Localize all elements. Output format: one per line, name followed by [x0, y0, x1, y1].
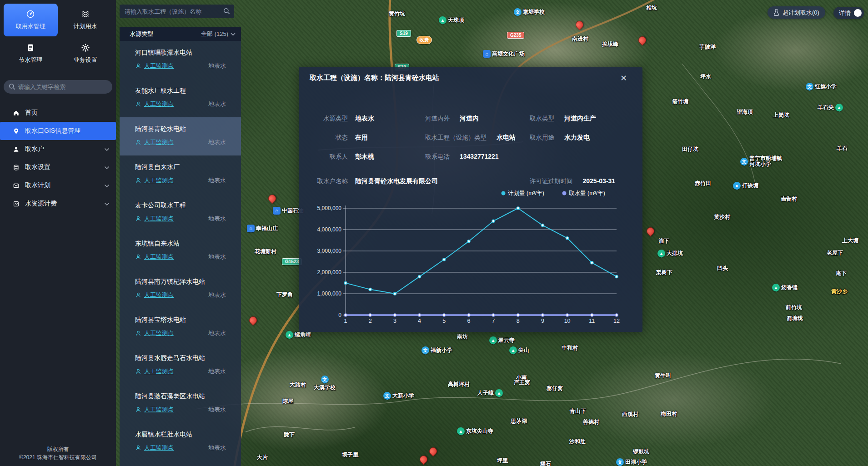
field-value: 在用	[355, 134, 368, 142]
pin-icon	[13, 128, 20, 135]
field-value: 河道内生产	[564, 115, 596, 123]
over-plan-label: 超计划取水(0)	[783, 9, 819, 17]
sidebar-item-4[interactable]: 取水设置	[0, 158, 116, 176]
x-tick-label: 6	[467, 318, 470, 324]
field-label: 取水用途	[530, 134, 554, 142]
station-list-item[interactable]: 陆河县青砼水电站人工监测点地表水	[120, 117, 241, 155]
water-source-type: 地表水	[208, 62, 226, 70]
over-plan-badge[interactable]: 超计划取水(0)	[768, 6, 825, 19]
map-label: 吉告村	[781, 195, 797, 203]
station-list-item[interactable]: 水唇镇水栏肚水电站人工监测点地表水	[120, 423, 241, 461]
monitor-type-link[interactable]: 人工监测点	[144, 138, 174, 146]
station-list-item[interactable]: 陆河县自来水厂人工监测点地表水	[120, 155, 241, 194]
sidebar-item-label: 首页	[25, 109, 110, 117]
x-tick-label: 4	[418, 318, 421, 324]
station-list-item[interactable]: 东坑镇自来水站人工监测点地表水	[120, 232, 241, 270]
close-icon[interactable]: ✕	[617, 73, 630, 84]
app-tile-3[interactable]: 节水管理	[4, 37, 58, 70]
station-list-item[interactable]: 麦卡公司取水工程人工监测点地表水	[120, 194, 241, 232]
x-tick-label: 1	[344, 318, 347, 324]
fuel-icon: ⌂	[273, 207, 281, 215]
person-icon	[135, 254, 141, 260]
data-point	[344, 282, 347, 285]
data-point	[492, 220, 495, 222]
data-point	[566, 237, 569, 240]
mountain-icon: ▲	[835, 104, 843, 111]
water-source-type: 地表水	[208, 367, 226, 376]
chevron-down-icon	[104, 184, 110, 188]
map-label: ●打铁塘	[733, 182, 758, 190]
station-list-item[interactable]: 友能水厂取水工程人工监测点地表水	[120, 79, 241, 117]
map-label: 挨垅峰	[602, 40, 618, 48]
app-tile-2[interactable]: 计划用水	[59, 4, 113, 36]
map-label: 文福新小学	[421, 346, 452, 354]
search-icon[interactable]	[223, 8, 230, 16]
sidebar-item-label: 取水口GIS信息管理	[25, 127, 110, 135]
station-search-input[interactable]	[120, 5, 234, 18]
detail-toggle[interactable]: 详情	[833, 7, 864, 19]
field: 联系人彭木桃	[302, 153, 374, 161]
sidebar-item-5[interactable]: 取水计划	[0, 176, 116, 195]
search-icon	[9, 83, 15, 92]
station-list-item[interactable]: 陆河县宝塔水电站人工监测点地表水	[120, 308, 241, 346]
person-icon	[135, 101, 141, 107]
map-label: 庵下	[836, 270, 847, 277]
map-label: 花塘新村	[255, 248, 276, 256]
field-row: 取水户名称陆河县青砼水电发展有限公司许可证过期时间2025-03-31	[299, 177, 642, 186]
station-name: 麦卡公司取水工程	[135, 201, 226, 210]
person-icon	[135, 406, 141, 413]
sidebar-item-2[interactable]: 取水口GIS信息管理	[0, 122, 116, 140]
sidebar-item-6[interactable]: 水资源计费	[0, 195, 116, 213]
data-point	[615, 314, 618, 316]
app-tile-1[interactable]: 取用水管理	[4, 4, 58, 36]
app-root: 黄竹坑▲天珠顶文墩塘学校相坑南进村挨垅峰芋陂洋⌂高塘文化广场坪水箭竹塘文红旗小学…	[0, 0, 868, 466]
station-list-panel: 水源类型 全部 (125) 河口镇唱歌潭水电站人工监测点地表水友能水厂取水工程人…	[120, 27, 241, 466]
poi-icon: ●	[733, 182, 741, 190]
keyword-search-input[interactable]	[4, 80, 112, 94]
map-label: 黄沙村	[714, 213, 730, 221]
field-value: 陆河县青砼水电发展有限公司	[355, 177, 438, 185]
map-label: ▲尖山	[509, 346, 529, 354]
filter-dropdown[interactable]: 全部 (125)	[201, 30, 236, 38]
monitor-type-link[interactable]: 人工监测点	[144, 406, 174, 414]
legend-item[interactable]: 计划量 (m³/年)	[502, 190, 544, 196]
monitor-type-link[interactable]: 人工监测点	[144, 176, 174, 185]
keyword-search	[4, 80, 112, 94]
field-row: 状态在用取水工程（设施）类型水电站取水用途水力发电	[299, 134, 642, 143]
station-list-item[interactable]: 河口镇唱歌潭水电站人工监测点地表水	[120, 41, 241, 79]
map-label: 老屋下	[827, 249, 843, 257]
sidebar-item-3[interactable]: 取水户	[0, 140, 116, 158]
map-label: 溜下	[658, 237, 669, 245]
database-icon	[13, 164, 20, 171]
monitor-type-link[interactable]: 人工监测点	[144, 253, 174, 261]
person-icon	[135, 63, 141, 69]
map-label: 思茅湖	[511, 417, 527, 425]
modal-title: 取水工程（设施）名称：陆河县青砼水电站	[310, 74, 439, 82]
data-point	[467, 314, 470, 316]
data-point	[418, 275, 421, 278]
field: 河道内外河道内	[425, 115, 479, 123]
building-icon: ⌂	[483, 50, 491, 58]
monitor-type-link[interactable]: 人工监测点	[144, 100, 174, 108]
monitor-type-link[interactable]: 人工监测点	[144, 215, 174, 223]
map-label: ▲大排坑	[657, 250, 683, 257]
legend-item[interactable]: 取水量 (m³/年)	[562, 190, 605, 196]
station-list-item[interactable]: 陆河县激石溪老区水电站人工监测点地表水	[120, 385, 241, 423]
map-label: 相坑	[646, 4, 657, 12]
field-value: 彭木桃	[355, 153, 374, 161]
monitor-type-link[interactable]: 人工监测点	[144, 291, 174, 299]
monitor-type-link[interactable]: 人工监测点	[144, 367, 174, 376]
map-label: 中和村	[562, 344, 578, 352]
app-tile-4[interactable]: 业务设置	[59, 37, 113, 70]
monitor-type-link[interactable]: 人工监测点	[144, 444, 174, 452]
monitor-type-link[interactable]: 人工监测点	[144, 329, 174, 337]
sidebar-item-1[interactable]: 首页	[0, 104, 116, 122]
map-label: 田仔坑	[682, 145, 698, 153]
data-point	[393, 314, 396, 316]
monitor-type-link[interactable]: 人工监测点	[144, 62, 174, 70]
station-list-item[interactable]: 陆河县水唇走马石水电站人工监测点地表水	[120, 346, 241, 385]
person-icon	[135, 177, 141, 184]
data-point	[517, 314, 519, 316]
y-tick-label: 4,000,000	[317, 226, 342, 233]
station-list-item[interactable]: 陆河县南万镇杞洋水电站人工监测点地表水	[120, 270, 241, 308]
